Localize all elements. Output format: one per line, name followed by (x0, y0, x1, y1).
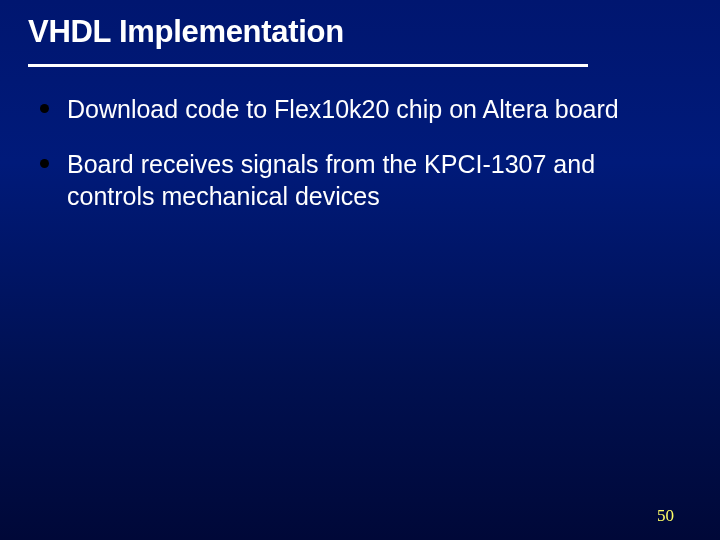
bullet-dot-icon (40, 104, 49, 113)
title-area: VHDL Implementation (0, 0, 720, 58)
bullet-text: Board receives signals from the KPCI-130… (67, 148, 627, 213)
bullet-text: Download code to Flex10k20 chip on Alter… (67, 93, 619, 126)
bullet-item: Board receives signals from the KPCI-130… (40, 148, 680, 213)
slide-content: Download code to Flex10k20 chip on Alter… (0, 67, 720, 213)
slide-title: VHDL Implementation (28, 14, 692, 50)
bullet-item: Download code to Flex10k20 chip on Alter… (40, 93, 680, 126)
bullet-dot-icon (40, 159, 49, 168)
page-number: 50 (657, 506, 674, 526)
